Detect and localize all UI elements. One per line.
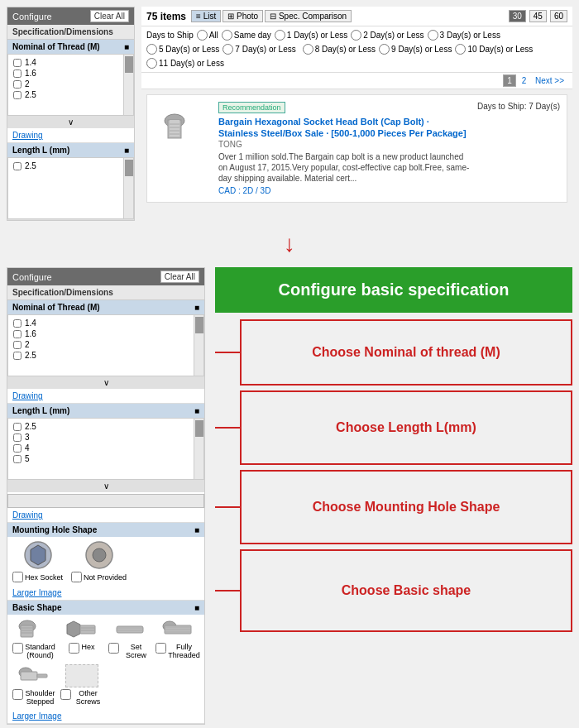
hex-socket-check[interactable] [12,572,23,582]
svg-rect-29 [21,672,37,680]
ship-9day[interactable]: 9 Day(s) or Less [379,44,452,55]
svg-point-10 [93,548,106,562]
nom-item-3[interactable]: 2 [13,339,199,350]
ship-1day[interactable]: 1 Day(s) or Less [275,30,347,41]
nom-item-2[interactable]: 1.6 [13,328,199,339]
ship-sameday[interactable]: Same day [222,30,271,41]
length-item-1[interactable]: 2.5 [13,160,128,171]
larger-image-link2[interactable]: Larger Image [7,709,204,723]
hex-socket-svg [23,540,53,570]
not-provided-svg [84,540,114,570]
nom-item-4[interactable]: 2.5 [13,350,199,361]
view-toggle[interactable]: ≡ List ⊞ Photo ⊟ Spec. Comparison [191,10,352,22]
product-ship: Days to Ship: 7 Day(s) [477,102,560,195]
set-screw-label: Set Screw [121,643,151,659]
spec-label-bottom: Specification/Dimensions [7,285,204,300]
page-size-45[interactable]: 45 [529,10,547,22]
set-screw-check[interactable] [108,643,119,654]
basic-shape-section: Basic Shape ■ [7,601,204,724]
length-range-input[interactable]: [10-210/1] [7,494,204,508]
svg-rect-17 [80,625,95,634]
ship-7day[interactable]: 7 Day(s) or Less [223,44,295,55]
len-item-2[interactable]: 3 [13,432,199,443]
line-length [215,427,240,429]
svg-rect-20 [117,626,143,633]
configure-title-box: Configure basic specification [215,267,572,313]
mounting-annotation-box: Choose Mounting Hole Shape [240,470,572,544]
length-list-bottom[interactable]: 2.5 3 4 5 [7,418,204,480]
page-size-60[interactable]: 60 [550,10,567,22]
hex-item[interactable]: Hex [60,618,103,659]
line-mounting [215,506,240,508]
page-2[interactable]: 2 [519,75,530,86]
length-title-bottom: Length L (mm) ■ [7,404,204,418]
not-provided-shape[interactable]: Not Provided [71,540,127,582]
drawing-link1-bottom[interactable]: Drawing [7,389,204,403]
other-screws-item[interactable]: Other Screws [60,664,103,706]
ship-2day[interactable]: 2 Day(s) or Less [351,30,423,41]
expand-length-bottom[interactable]: ∨ [7,480,204,492]
product-desc: Over 1 million sold.The Bargain cap bolt… [218,151,471,184]
shoulder-item[interactable]: Shoulder Stepped [12,664,55,706]
mounting-section: Mounting Hole Shape ■ Hex Socket [7,523,204,601]
ship-5day[interactable]: 5 Day(s) or Less [146,44,219,55]
next-page[interactable]: Next >> [532,75,567,86]
ship-3day[interactable]: 3 Day(s) or Less [428,30,500,41]
length-list-top[interactable]: 2.5 [7,157,134,219]
set-screw-item[interactable]: Set Screw [108,618,151,659]
ship-filter: Days to Ship All Same day 1 Day(s) or Le… [141,26,572,73]
nominal-item-2[interactable]: 1.6 [13,68,128,79]
length-icon-top: ■ [124,146,129,155]
pagination-nav[interactable]: 1 2 Next >> [141,73,572,89]
ship-all[interactable]: All [197,30,218,41]
shoulder-check[interactable] [12,689,23,700]
not-provided-label: Not Provided [84,573,127,582]
config-title-bottom: Configure [12,272,52,282]
fully-threaded-check[interactable] [156,643,166,654]
clear-all-btn-bottom[interactable]: Clear All [160,271,199,283]
ship-11day[interactable]: 11 Day(s) or Less [146,58,224,69]
nominal-list-top[interactable]: 1.4 1.6 2 2.5 [7,54,134,116]
length-annotation-row: Choose Length L(mm) [215,390,572,465]
nominal-item-4[interactable]: 2.5 [13,89,128,100]
expand-nominal-top[interactable]: ∨ [7,116,134,128]
len-item-1[interactable]: 2.5 [13,421,199,432]
ship-8day[interactable]: 8 Day(s) or Less [303,44,376,55]
standard-round-check[interactable] [12,643,23,654]
nom-item-1[interactable]: 1.4 [13,318,199,328]
nominal-icon-bottom: ■ [194,303,199,312]
svg-marker-16 [67,621,80,637]
product-title[interactable]: Bargain Hexagonal Socket Head Bolt (Cap … [218,116,471,140]
other-screws-check[interactable] [60,689,71,700]
drawing-link-top[interactable]: Drawing [7,128,134,142]
page-1[interactable]: 1 [503,74,516,87]
nominal-list-bottom[interactable]: 1.4 1.6 2 2.5 [7,314,204,376]
fully-threaded-item[interactable]: Fully Threaded [156,618,199,659]
drawing-link2-bottom[interactable]: Drawing [7,508,204,522]
hex-socket-label: Hex Socket [25,573,63,582]
larger-image-link1[interactable]: Larger Image [7,586,204,600]
spec-view-btn[interactable]: ⊟ Spec. Comparison [265,10,352,22]
photo-view-btn[interactable]: ⊞ Photo [223,10,263,22]
items-count: 75 items [146,11,186,22]
hex-socket-shape[interactable]: Hex Socket [12,540,63,582]
spec-label-top: Specification/Dimensions [7,25,134,40]
product-cad[interactable]: CAD : 2D / 3D [218,186,471,195]
expand-nominal-bottom[interactable]: ∨ [7,376,204,389]
len-item-4[interactable]: 5 [13,453,199,464]
nominal-item-1[interactable]: 1.4 [13,57,128,68]
mounting-annotation-row: Choose Mounting Hole Shape [215,470,572,544]
config-header-top: Configure Clear All [7,7,134,25]
ship-10day[interactable]: 10 Day(s) or Less [455,44,533,55]
not-provided-check[interactable] [71,572,82,582]
nominal-item-3[interactable]: 2 [13,79,128,89]
page-size-30[interactable]: 30 [509,10,526,22]
hex-check[interactable] [69,643,79,654]
standard-round-item[interactable]: Standard (Round) [12,618,55,659]
clear-all-btn-top[interactable]: Clear All [90,10,129,22]
nominal-section: Nominal of Thread (M) ■ 1.4 1.6 2 2.5 ∨ … [7,300,204,404]
pagination-top[interactable]: 30 45 60 [509,10,567,22]
other-screws-label: Other Screws [73,689,103,706]
len-item-3[interactable]: 4 [13,443,199,453]
list-view-btn[interactable]: ≡ List [191,10,221,22]
